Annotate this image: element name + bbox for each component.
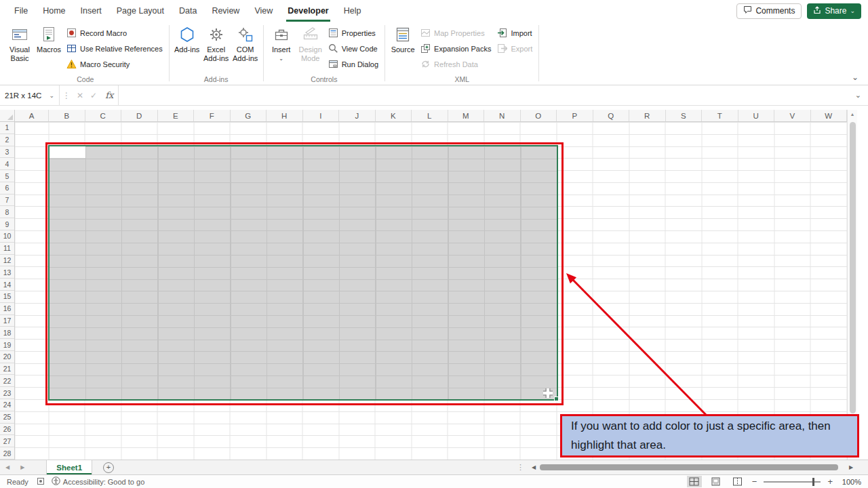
column-header-S[interactable]: S [666, 110, 703, 121]
row-header-6[interactable]: 6 [0, 182, 14, 195]
refresh-data-button[interactable]: Refresh Data [418, 58, 493, 71]
vertical-scrollbar[interactable]: ▲ ▼ [847, 110, 857, 460]
column-header-K[interactable]: K [376, 110, 412, 121]
row-header-10[interactable]: 10 [0, 230, 14, 243]
row-header-17[interactable]: 17 [0, 315, 14, 327]
row-header-5[interactable]: 5 [0, 170, 14, 182]
column-header-F[interactable]: F [194, 110, 231, 121]
column-header-E[interactable]: E [158, 110, 195, 121]
com-add-ins-button[interactable]: COM Add-ins [232, 24, 259, 62]
record-macro-button[interactable]: Record Macro [64, 26, 165, 40]
column-header-R[interactable]: R [629, 110, 666, 121]
fill-handle[interactable] [554, 396, 559, 401]
row-header-14[interactable]: 14 [0, 279, 14, 291]
row-header-25[interactable]: 25 [0, 411, 14, 424]
formula-bar-grip-icon[interactable]: ⋮ [60, 91, 73, 100]
column-header-L[interactable]: L [412, 110, 448, 121]
row-header-11[interactable]: 11 [0, 243, 14, 255]
menu-developer[interactable]: Developer [280, 0, 336, 22]
column-header-B[interactable]: B [49, 110, 85, 121]
tabbar-splitter-icon[interactable]: ⋮ [517, 463, 524, 472]
cancel-icon[interactable]: ✕ [73, 91, 87, 100]
column-header-H[interactable]: H [267, 110, 303, 121]
row-header-3[interactable]: 3 [0, 146, 14, 159]
page-layout-view-icon[interactable] [709, 476, 724, 487]
column-header-M[interactable]: M [448, 110, 485, 121]
row-header-24[interactable]: 24 [0, 399, 14, 411]
column-header-O[interactable]: O [521, 110, 557, 121]
share-button[interactable]: Share ⌄ [807, 3, 861, 19]
sheet-nav-left-icon[interactable]: ◀ [0, 464, 15, 470]
vertical-scrollbar-thumb[interactable] [850, 122, 856, 413]
insert-control-button[interactable]: Insert ⌄ [268, 24, 295, 62]
use-relative-references-button[interactable]: Use Relative References [64, 42, 165, 56]
collapse-ribbon-chevron-icon[interactable]: ⌄ [852, 73, 859, 82]
formula-input[interactable] [118, 85, 848, 105]
column-header-W[interactable]: W [811, 110, 848, 121]
scroll-up-arrow-icon[interactable]: ▲ [848, 112, 857, 117]
row-header-12[interactable]: 12 [0, 255, 14, 267]
row-header-26[interactable]: 26 [0, 424, 14, 436]
column-header-P[interactable]: P [557, 110, 593, 121]
macros-button[interactable]: Macros [35, 24, 62, 54]
row-header-21[interactable]: 21 [0, 363, 14, 375]
row-header-13[interactable]: 13 [0, 266, 14, 279]
column-header-T[interactable]: T [702, 110, 738, 121]
insert-function-icon[interactable]: fx [100, 90, 118, 100]
run-dialog-button[interactable]: Run Dialog [326, 58, 380, 71]
row-header-19[interactable]: 19 [0, 339, 14, 351]
menu-help[interactable]: Help [336, 0, 369, 22]
excel-add-ins-button[interactable]: Excel Add-ins [203, 24, 230, 62]
column-header-I[interactable]: I [303, 110, 340, 121]
column-header-U[interactable]: U [738, 110, 775, 121]
hscroll-right-arrow-icon[interactable]: ▶ [849, 464, 853, 470]
row-header-18[interactable]: 18 [0, 327, 14, 339]
row-header-28[interactable]: 28 [0, 447, 14, 460]
new-sheet-button[interactable]: + [103, 462, 114, 473]
comments-button[interactable]: Comments [736, 3, 802, 19]
zoom-out-button[interactable]: − [752, 476, 757, 487]
menu-view[interactable]: View [247, 0, 280, 22]
zoom-slider-thumb[interactable] [812, 478, 814, 486]
properties-button[interactable]: Properties [326, 26, 380, 40]
sheet-nav-right-icon[interactable]: ▶ [15, 464, 30, 470]
row-header-20[interactable]: 20 [0, 351, 14, 363]
row-header-15[interactable]: 15 [0, 291, 14, 303]
name-box[interactable]: 21R x 14C ⌄ [0, 85, 60, 105]
view-code-button[interactable]: View Code [326, 42, 380, 56]
formula-bar-expand-chevron-icon[interactable]: ⌄ [848, 91, 868, 100]
column-header-Q[interactable]: Q [593, 110, 630, 121]
column-header-D[interactable]: D [121, 110, 158, 121]
menu-home[interactable]: Home [35, 0, 73, 22]
active-cell[interactable] [50, 146, 85, 158]
hscroll-left-arrow-icon[interactable]: ◀ [532, 464, 536, 470]
map-properties-button[interactable]: Map Properties [418, 26, 493, 40]
expansion-packs-button[interactable]: Expansion Packs [418, 42, 493, 56]
page-break-view-icon[interactable] [730, 476, 745, 487]
row-header-23[interactable]: 23 [0, 387, 14, 399]
zoom-in-button[interactable]: + [827, 476, 833, 487]
column-header-A[interactable]: A [15, 110, 49, 121]
column-header-C[interactable]: C [85, 110, 122, 121]
share-chevron-icon[interactable]: ⌄ [850, 8, 855, 14]
row-header-1[interactable]: 1 [0, 122, 14, 134]
accessibility-status[interactable]: Accessibility: Good to go [45, 476, 144, 487]
menu-review[interactable]: Review [204, 0, 247, 22]
cells-area[interactable] [15, 122, 847, 460]
row-header-8[interactable]: 8 [0, 207, 14, 219]
visual-basic-button[interactable]: Visual Basic [6, 24, 33, 62]
row-header-4[interactable]: 4 [0, 158, 14, 170]
row-header-9[interactable]: 9 [0, 218, 14, 230]
menu-page-layout[interactable]: Page Layout [109, 0, 172, 22]
enter-icon[interactable]: ✓ [87, 91, 100, 100]
menu-data[interactable]: Data [172, 0, 204, 22]
row-header-27[interactable]: 27 [0, 435, 14, 447]
zoom-slider[interactable] [764, 481, 821, 483]
tab-sheet1[interactable]: Sheet1 [46, 460, 92, 474]
insert-dropdown-chevron-icon[interactable]: ⌄ [279, 56, 283, 62]
source-button[interactable]: Source [389, 24, 416, 54]
design-mode-button[interactable]: Design Mode [297, 24, 324, 62]
column-header-V[interactable]: V [774, 110, 811, 121]
row-header-22[interactable]: 22 [0, 375, 14, 388]
column-header-N[interactable]: N [484, 110, 521, 121]
